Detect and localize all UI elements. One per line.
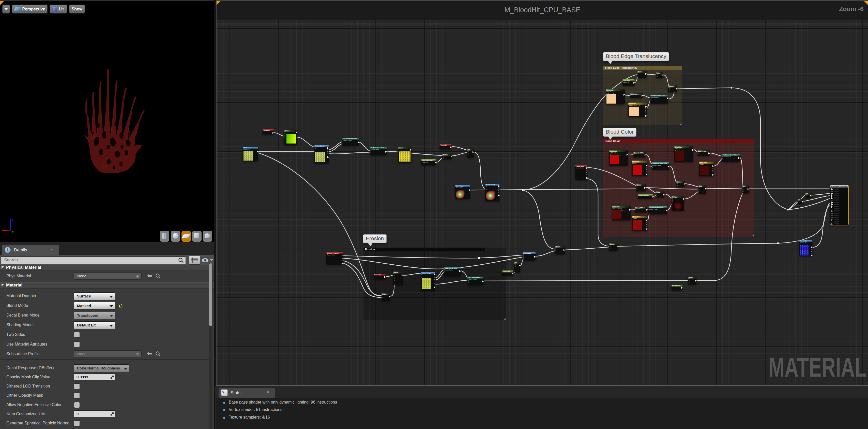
svg-text:*: * (2, 229, 3, 233)
svg-text:Z: Z (12, 218, 14, 222)
svg-text:Y: Y (12, 230, 14, 234)
